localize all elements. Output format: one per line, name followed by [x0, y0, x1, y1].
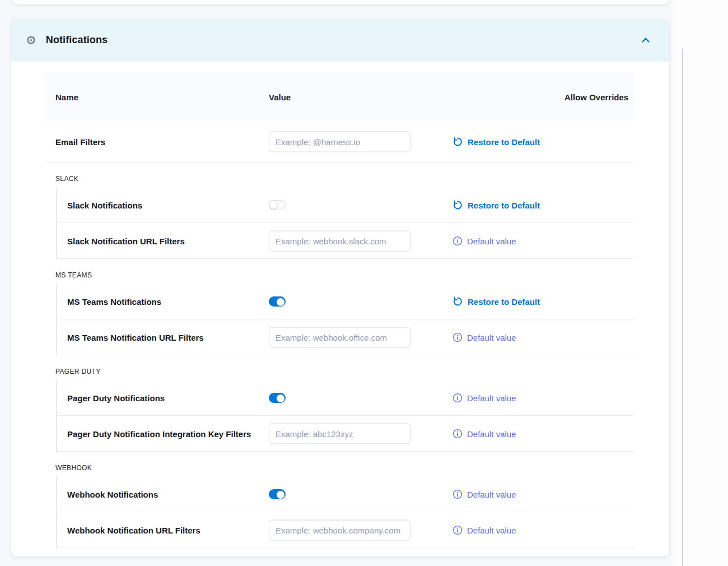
toggle-switch[interactable]	[269, 200, 286, 210]
toggle-switch[interactable]	[269, 296, 286, 307]
action-label: Default value	[467, 429, 516, 439]
info-icon	[452, 393, 463, 403]
action-label: Default value	[467, 526, 516, 535]
action-cell: Default value	[452, 429, 516, 439]
default-value-link[interactable]: Default value	[452, 393, 516, 403]
action-label: Restore to Default	[468, 297, 540, 307]
restore-default-link[interactable]: Restore to Default	[452, 200, 540, 211]
group-label: PAGER DUTY	[44, 355, 634, 380]
setting-name: MS Teams Notifications	[67, 297, 161, 307]
value-cell	[269, 132, 410, 152]
group-label: MS TEAMS	[44, 259, 634, 284]
action-label: Restore to Default	[468, 137, 540, 147]
setting-group: Slack NotificationsRestore to DefaultSla…	[56, 187, 634, 259]
setting-name: Webhook Notifications	[67, 490, 158, 499]
default-value-link[interactable]: Default value	[452, 489, 516, 499]
action-cell: Restore to Default	[452, 296, 540, 307]
action-cell: Restore to Default	[452, 137, 540, 147]
vertical-scrollbar[interactable]	[682, 49, 683, 566]
default-value-link[interactable]: Default value	[452, 236, 516, 246]
toggle-knob	[277, 298, 284, 306]
notifications-section-header[interactable]: ⚙ Notifications	[11, 18, 669, 62]
restore-icon	[452, 200, 463, 211]
setting-group: MS Teams NotificationsRestore to Default…	[56, 284, 634, 355]
value-input[interactable]	[269, 231, 410, 252]
value-input[interactable]	[269, 520, 410, 541]
value-cell	[269, 231, 410, 252]
toggle-knob	[277, 395, 284, 402]
previous-section-card	[12, 0, 669, 4]
value-input[interactable]	[269, 327, 410, 348]
table-row: Webhook Notification URL FiltersDefault …	[57, 512, 634, 548]
setting-name: Slack Notifications	[67, 201, 142, 210]
action-cell: Default value	[452, 489, 516, 499]
toggle-switch[interactable]	[269, 393, 286, 403]
table-row: Pager Duty NotificationsDefault value	[57, 380, 634, 416]
value-input[interactable]	[269, 424, 410, 444]
value-input[interactable]	[269, 132, 410, 152]
collapse-section-button[interactable]	[638, 33, 654, 48]
column-header-allow-overrides: Allow Overrides	[452, 90, 637, 104]
setting-name: Pager Duty Notifications	[67, 393, 165, 403]
table-row: Webhook NotificationsDefault value	[57, 476, 634, 512]
table-row: Slack Notification URL FiltersDefault va…	[57, 223, 634, 259]
action-cell: Default value	[452, 332, 516, 342]
value-cell	[269, 327, 410, 348]
table-header-row: Name Value Allow Overrides	[44, 73, 634, 121]
info-icon	[452, 236, 463, 246]
group-label: WEBHOOK	[44, 452, 634, 476]
setting-name: MS Teams Notification URL Filters	[67, 333, 204, 342]
column-header-name: Name	[44, 92, 269, 102]
restore-icon	[452, 296, 463, 307]
setting-name: Email Filters	[55, 137, 105, 147]
setting-name: Pager Duty Notification Integration Key …	[67, 429, 251, 439]
restore-default-link[interactable]: Restore to Default	[452, 296, 540, 307]
value-cell	[269, 520, 410, 541]
setting-group: Pager Duty NotificationsDefault valuePag…	[56, 380, 634, 452]
group-label: SLACK	[44, 163, 634, 187]
page-title: Notifications	[46, 34, 108, 46]
notifications-section-card: ⚙ Notifications Name Value Allow Overrid…	[11, 18, 669, 556]
settings-table-body: Email FiltersRestore to DefaultSLACKSlac…	[44, 121, 634, 548]
default-value-link[interactable]: Default value	[452, 525, 516, 535]
table-row: Slack NotificationsRestore to Default	[57, 187, 634, 223]
default-value-link[interactable]: Default value	[452, 332, 516, 342]
toggle-switch[interactable]	[269, 489, 286, 499]
right-panel-background	[673, 0, 728, 566]
info-icon	[452, 429, 463, 439]
info-icon	[452, 332, 463, 342]
action-label: Default value	[467, 393, 516, 403]
table-row: MS Teams Notification URL FiltersDefault…	[57, 319, 634, 355]
action-label: Restore to Default	[468, 201, 540, 210]
gear-icon: ⚙	[26, 34, 36, 46]
restore-default-link[interactable]: Restore to Default	[452, 137, 540, 147]
setting-name: Webhook Notification URL Filters	[67, 526, 200, 535]
value-cell	[269, 296, 286, 307]
value-cell	[269, 200, 286, 210]
action-cell: Default value	[452, 236, 516, 246]
action-label: Default value	[467, 236, 516, 246]
action-label: Default value	[467, 333, 516, 342]
toggle-knob	[269, 201, 278, 209]
table-row: Pager Duty Notification Integration Key …	[57, 416, 634, 452]
action-label: Default value	[467, 490, 516, 499]
action-cell: Default value	[452, 525, 516, 535]
table-row: MS Teams NotificationsRestore to Default	[57, 284, 634, 319]
value-cell	[269, 424, 410, 444]
default-value-link[interactable]: Default value	[452, 429, 516, 439]
column-header-value: Value	[269, 92, 452, 102]
value-cell	[269, 393, 286, 403]
restore-icon	[452, 137, 463, 147]
info-icon	[452, 525, 463, 535]
action-cell: Default value	[452, 393, 516, 403]
chevron-up-icon	[640, 34, 652, 47]
settings-table: Name Value Allow Overrides Email Filters…	[44, 73, 634, 548]
table-row: Email FiltersRestore to Default	[44, 121, 634, 163]
value-cell	[269, 489, 286, 499]
toggle-knob	[277, 491, 284, 499]
setting-name: Slack Notification URL Filters	[67, 236, 185, 246]
info-icon	[452, 489, 463, 499]
action-cell: Restore to Default	[452, 200, 540, 211]
setting-group: Webhook NotificationsDefault valueWebhoo…	[56, 476, 634, 548]
